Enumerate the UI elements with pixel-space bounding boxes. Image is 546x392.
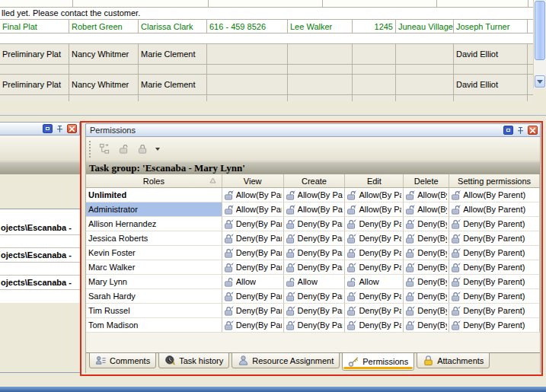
- grid-cell[interactable]: [454, 65, 528, 74]
- permission-cell[interactable]: Deny(By Parent): [449, 246, 540, 260]
- permission-cell[interactable]: Deny(By Parent): [222, 318, 284, 333]
- grid-cell[interactable]: [396, 95, 454, 101]
- permission-cell[interactable]: Allow: [284, 275, 346, 289]
- grid-cell[interactable]: [139, 95, 207, 101]
- grid-cell[interactable]: [454, 95, 528, 101]
- permission-cell[interactable]: Deny(By Parent): [449, 289, 540, 304]
- grid-cell[interactable]: [69, 65, 139, 74]
- restore-button[interactable]: [43, 124, 53, 133]
- column-header-view[interactable]: View: [222, 174, 284, 187]
- grid-cell[interactable]: Nancy Whitmer: [69, 75, 139, 94]
- permission-cell[interactable]: Deny(By Parent): [284, 318, 346, 333]
- vertical-scrollbar[interactable]: [533, 0, 546, 88]
- permission-cell[interactable]: Deny(By Parent): [345, 304, 404, 318]
- permission-cell[interactable]: Deny(By Parent): [222, 304, 284, 318]
- tab-permissions[interactable]: Permissions: [342, 352, 414, 371]
- permission-cell[interactable]: Allow(By Parent): [284, 202, 346, 217]
- permission-cell[interactable]: Allow(By Parent): [345, 202, 404, 217]
- permission-cell[interactable]: Allow(By Parent): [222, 202, 284, 217]
- permission-cell[interactable]: Allow: [345, 275, 404, 289]
- grid-cell[interactable]: Preliminary Plat: [0, 75, 69, 94]
- tab-attachments[interactable]: Attachments: [417, 352, 490, 368]
- permission-cell[interactable]: Deny(By Parent): [345, 246, 404, 260]
- permissions-titlebar[interactable]: Permissions: [85, 123, 541, 137]
- unlock-button[interactable]: [116, 141, 132, 157]
- grid-cell[interactable]: [396, 75, 454, 94]
- close-button[interactable]: [528, 126, 538, 135]
- permission-cell[interactable]: Deny(By Parent): [284, 304, 346, 318]
- grid-cell[interactable]: 1245: [353, 20, 396, 33]
- scrollbar-thumb[interactable]: [535, 1, 545, 60]
- toolbar-dropdown-icon[interactable]: [155, 148, 160, 151]
- role-cell[interactable]: Sarah Hardy: [86, 289, 222, 304]
- permission-cell[interactable]: Deny(By Parent): [345, 260, 404, 275]
- column-header-roles[interactable]: Roles: [86, 174, 222, 187]
- permission-cell[interactable]: Allow(By Parent): [449, 202, 540, 217]
- project-path-cell[interactable]: [0, 263, 80, 275]
- permission-cell[interactable]: Deny(By Parent): [449, 231, 540, 246]
- grid-cell[interactable]: [69, 95, 139, 101]
- permission-cell[interactable]: Deny(By Parent): [449, 275, 540, 289]
- grid-cell[interactable]: [288, 65, 353, 74]
- grid-cell[interactable]: [207, 44, 288, 64]
- permission-cell[interactable]: Deny(By Parent): [404, 289, 449, 304]
- grid-cell[interactable]: [207, 75, 288, 94]
- grid-cell[interactable]: [0, 65, 69, 74]
- grid-cell[interactable]: [288, 95, 353, 101]
- permission-cell[interactable]: Deny(By Parent): [222, 217, 284, 231]
- grid-cell[interactable]: [353, 75, 396, 94]
- permission-cell[interactable]: Deny(By Parent): [284, 260, 346, 275]
- project-path-cell[interactable]: ojects\Escanaba -: [0, 248, 80, 262]
- permission-cell[interactable]: Deny(By Parent): [222, 246, 284, 260]
- pin-button[interactable]: [55, 124, 65, 133]
- inherit-permissions-button[interactable]: [97, 141, 113, 157]
- grid-cell[interactable]: [396, 44, 454, 64]
- permission-cell[interactable]: Deny(By Parent): [222, 260, 284, 275]
- permission-cell[interactable]: Deny(By Parent): [404, 231, 449, 246]
- permission-cell[interactable]: Deny(By Parent): [404, 275, 449, 289]
- grid-cell[interactable]: [288, 75, 353, 94]
- permission-cell[interactable]: Deny(By Parent): [284, 231, 346, 246]
- grid-cell[interactable]: Joseph Turner: [454, 20, 528, 33]
- grid-cell[interactable]: Clarissa Clark: [139, 20, 207, 33]
- project-path-cell[interactable]: ojects\Escanaba -: [0, 221, 80, 234]
- tab-resource-assignment[interactable]: Resource Assignment: [231, 352, 340, 368]
- restore-button[interactable]: [503, 126, 513, 135]
- permission-cell[interactable]: Allow(By Parent): [404, 188, 449, 202]
- grid-cell[interactable]: David Elliot: [454, 44, 528, 64]
- grid-cell[interactable]: Final Plat: [0, 20, 69, 33]
- permission-cell[interactable]: Deny(By Parent): [284, 289, 346, 304]
- role-cell[interactable]: Tim Russel: [86, 304, 222, 318]
- role-cell[interactable]: Mary Lynn: [86, 275, 222, 289]
- role-cell[interactable]: Administrator: [86, 202, 222, 217]
- permission-cell[interactable]: Deny(By Parent): [449, 304, 540, 318]
- scroll-down-button[interactable]: [535, 75, 545, 88]
- role-cell[interactable]: Tom Madison: [86, 318, 222, 333]
- grid-cell[interactable]: [207, 95, 288, 101]
- role-cell[interactable]: Allison Hernandez: [86, 217, 222, 231]
- permission-cell[interactable]: Deny(By Parent): [345, 231, 404, 246]
- permission-cell[interactable]: Deny(By Parent): [404, 304, 449, 318]
- grid-cell[interactable]: Preliminary Plat: [0, 44, 69, 64]
- grid-cell[interactable]: [288, 44, 353, 64]
- project-path-cell[interactable]: ojects\Escanaba -: [0, 276, 80, 289]
- lock-button[interactable]: [135, 141, 151, 157]
- column-header-edit[interactable]: Edit: [345, 174, 404, 187]
- grid-cell[interactable]: [396, 65, 454, 74]
- grid-cell[interactable]: [353, 95, 396, 101]
- grid-cell[interactable]: [353, 65, 396, 74]
- permission-cell[interactable]: Deny(By Parent): [449, 318, 540, 333]
- permission-cell[interactable]: Allow: [222, 275, 284, 289]
- role-cell[interactable]: Unlimited: [86, 188, 222, 202]
- permission-cell[interactable]: Allow(By Parent): [222, 188, 284, 202]
- grid-cell[interactable]: [353, 44, 396, 64]
- close-button[interactable]: [67, 124, 77, 133]
- tab-task-history[interactable]: Task history: [158, 352, 229, 368]
- permission-cell[interactable]: Deny(By Parent): [345, 289, 404, 304]
- permission-cell[interactable]: Deny(By Parent): [222, 289, 284, 304]
- role-cell[interactable]: Marc Walker: [86, 260, 222, 275]
- left-panel-titlebar[interactable]: [0, 122, 80, 135]
- grid-cell[interactable]: [0, 95, 69, 101]
- role-cell[interactable]: Kevin Foster: [86, 246, 222, 260]
- grid-cell[interactable]: David Elliot: [454, 75, 528, 94]
